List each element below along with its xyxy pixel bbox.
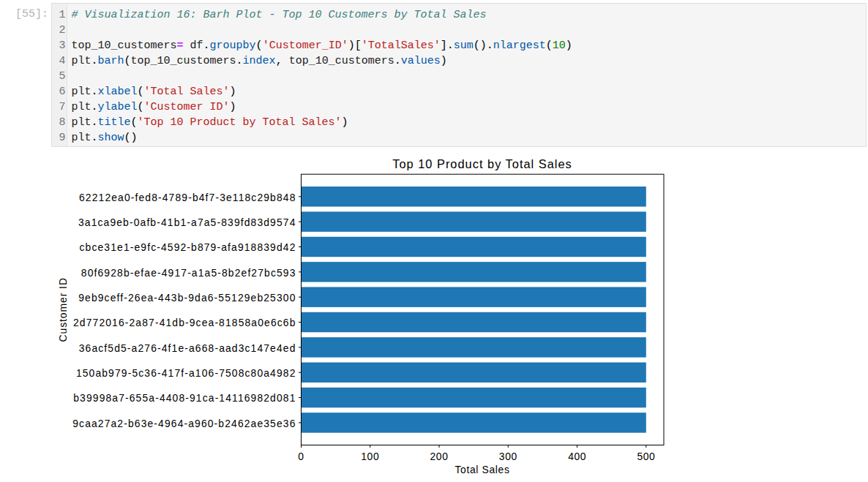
svg-text:Top 10 Product by Total Sales: Top 10 Product by Total Sales: [392, 157, 572, 170]
svg-text:150ab979-5c36-417f-a106-7508c8: 150ab979-5c36-417f-a106-7508c80a4982: [76, 367, 296, 379]
svg-text:100: 100: [361, 451, 379, 462]
svg-text:cbce31e1-e9fc-4592-b879-afa918: cbce31e1-e9fc-4592-b879-afa918839d42: [80, 241, 296, 253]
svg-text:3a1ca9eb-0afb-41b1-a7a5-839fd8: 3a1ca9eb-0afb-41b1-a7a5-839fd83d9574: [78, 216, 296, 228]
svg-text:200: 200: [430, 451, 449, 462]
svg-text:300: 300: [499, 451, 517, 462]
svg-text:0: 0: [298, 451, 304, 462]
svg-text:36acf5d5-a276-4f1e-a668-aad3c1: 36acf5d5-a276-4f1e-a668-aad3c147e4ed: [79, 342, 296, 354]
svg-text:500: 500: [637, 451, 655, 462]
svg-text:b39998a7-655a-4408-91ca-141169: b39998a7-655a-4408-91ca-14116982d081: [73, 392, 296, 404]
svg-text:Customer ID: Customer ID: [57, 277, 69, 342]
svg-text:400: 400: [568, 451, 586, 462]
svg-text:9eb9ceff-26ea-443b-9da6-55129e: 9eb9ceff-26ea-443b-9da6-55129eb25300: [78, 292, 296, 304]
svg-text:9caa27a2-b63e-4964-a960-b2462a: 9caa27a2-b63e-4964-a960-b2462ae35e36: [72, 418, 296, 429]
svg-text:2d772016-2a87-41db-9cea-81858a: 2d772016-2a87-41db-9cea-81858a0e6c6b: [73, 317, 296, 328]
svg-text:Total Sales: Total Sales: [454, 464, 509, 475]
svg-text:62212ea0-fed8-4789-b4f7-3e118c: 62212ea0-fed8-4789-b4f7-3e118c29b848: [79, 192, 296, 203]
svg-text:80f6928b-efae-4917-a1a5-8b2ef2: 80f6928b-efae-4917-a1a5-8b2ef27bc593: [81, 267, 296, 279]
